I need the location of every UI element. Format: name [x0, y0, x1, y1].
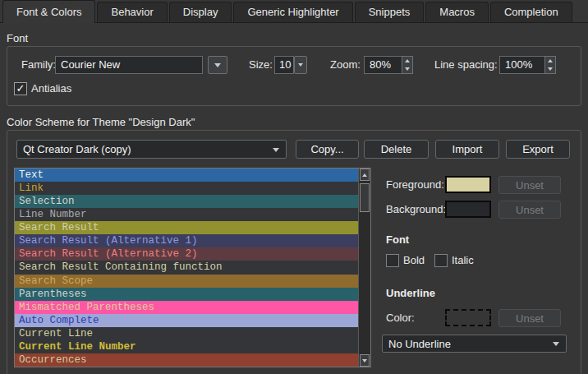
- background-color-swatch[interactable]: [445, 201, 491, 218]
- italic-checkbox[interactable]: [434, 254, 448, 267]
- scroll-up-icon: [362, 173, 367, 177]
- vertical-scrollbar[interactable]: [358, 169, 370, 367]
- color-scheme-list-item[interactable]: Text: [15, 169, 358, 182]
- color-scheme-list-item[interactable]: Search Result (Alternative 1): [15, 234, 358, 247]
- color-scheme-list-item[interactable]: Current Line Number: [15, 340, 358, 353]
- color-scheme-list-item[interactable]: Mismatched Parentheses: [15, 301, 358, 314]
- font-groupbox: [7, 46, 581, 106]
- color-scheme-list-item[interactable]: Occurrences: [15, 353, 358, 367]
- chevron-down-icon: [273, 148, 279, 152]
- scheme-group-title: Color Scheme for Theme "Design Dark": [7, 116, 195, 128]
- color-item-rows: TextLinkSelectionLine NumberSearch Resul…: [15, 169, 358, 367]
- bold-label: Bold: [403, 254, 425, 266]
- color-scheme-list-item[interactable]: Search Result Containing function: [15, 261, 358, 274]
- export-button[interactable]: Export: [506, 140, 570, 159]
- line-spacing-spinbox[interactable]: 100%: [499, 56, 545, 74]
- font-section-heading: Font: [386, 233, 409, 246]
- chevron-down-icon: [298, 63, 303, 67]
- line-spacing-spinner-buttons[interactable]: [544, 56, 556, 74]
- checkmark-icon: ✓: [16, 83, 25, 95]
- color-scheme-list-item[interactable]: Search Result (Alternative 2): [15, 247, 358, 261]
- unset-background-button[interactable]: Unset: [498, 201, 561, 219]
- background-label: Background:: [386, 203, 446, 215]
- color-scheme-list-item[interactable]: Auto Complete: [15, 314, 358, 327]
- size-label: Size:: [249, 58, 273, 71]
- antialias-label: Antialias: [31, 82, 71, 95]
- spin-down-icon[interactable]: [402, 65, 412, 73]
- chevron-down-icon: [214, 63, 221, 67]
- color-scheme-list-item[interactable]: Current Line: [15, 327, 358, 340]
- zoom-label: Zoom:: [330, 58, 361, 71]
- color-scheme-list-item[interactable]: Search Scope: [15, 275, 358, 288]
- tab-macros[interactable]: Macros: [425, 2, 489, 22]
- scrollbar-thumb[interactable]: [360, 183, 370, 212]
- line-spacing-label: Line spacing:: [434, 58, 498, 71]
- spin-up-icon[interactable]: [545, 57, 555, 65]
- zoom-spinner-buttons[interactable]: [402, 56, 413, 74]
- font-family-dropdown-button[interactable]: [208, 56, 227, 74]
- font-group-title: Font: [7, 32, 28, 44]
- underline-color-label: Color:: [386, 312, 415, 324]
- color-scheme-list-item[interactable]: Line Number: [15, 208, 358, 221]
- color-item-list: TextLinkSelectionLine NumberSearch Resul…: [14, 168, 371, 367]
- tab-snippets[interactable]: Snippets: [355, 2, 425, 22]
- underline-color-swatch[interactable]: [445, 309, 491, 326]
- scroll-down-icon: [362, 359, 367, 362]
- spin-down-icon[interactable]: [545, 65, 555, 73]
- tab-font-and-colors[interactable]: Font & Colors: [2, 0, 95, 23]
- settings-tab-bar: Font & Colors Behavior Display Generic H…: [0, 0, 588, 23]
- options-dialog: { "tabs": [ {"label": "Font & Colors", "…: [0, 0, 588, 374]
- bold-checkbox[interactable]: [386, 254, 399, 267]
- color-scheme-list-item[interactable]: Parentheses: [15, 288, 358, 301]
- italic-label: Italic: [452, 254, 474, 266]
- tab-generic-highlighter[interactable]: Generic Highlighter: [233, 2, 352, 22]
- underline-section-heading: Underline: [386, 287, 435, 299]
- tab-completion[interactable]: Completion: [490, 2, 572, 22]
- color-scheme-list-item[interactable]: Link: [15, 182, 358, 195]
- color-scheme-combobox-value: Qt Creator Dark (copy): [23, 143, 131, 155]
- family-label: Family:: [21, 58, 56, 71]
- zoom-spinbox[interactable]: 80%: [364, 56, 402, 74]
- foreground-color-swatch[interactable]: [445, 176, 491, 193]
- import-button[interactable]: Import: [435, 140, 499, 159]
- spin-up-icon[interactable]: [402, 57, 412, 65]
- font-family-combobox[interactable]: Courier New: [55, 56, 203, 74]
- font-size-dropdown-button[interactable]: [294, 56, 307, 74]
- unset-underline-button[interactable]: Unset: [498, 309, 561, 327]
- delete-button[interactable]: Delete: [364, 140, 429, 159]
- antialias-checkbox[interactable]: ✓: [14, 82, 27, 95]
- scroll-up-button[interactable]: [360, 169, 370, 181]
- chevron-down-icon: [553, 342, 559, 346]
- underline-style-combobox[interactable]: No Underline: [382, 335, 567, 353]
- underline-style-value: No Underline: [388, 338, 451, 350]
- tab-behavior[interactable]: Behavior: [97, 2, 167, 22]
- scroll-down-button[interactable]: [360, 354, 370, 367]
- color-scheme-list-item[interactable]: Selection: [15, 195, 358, 208]
- foreground-label: Foreground:: [386, 178, 444, 191]
- copy-button[interactable]: Copy...: [296, 140, 359, 159]
- color-scheme-combobox[interactable]: Qt Creator Dark (copy): [16, 140, 287, 159]
- unset-foreground-button[interactable]: Unset: [498, 176, 561, 194]
- tab-display[interactable]: Display: [169, 2, 232, 22]
- color-scheme-list-item[interactable]: Search Result: [15, 221, 358, 234]
- font-size-combobox[interactable]: 10: [274, 56, 294, 74]
